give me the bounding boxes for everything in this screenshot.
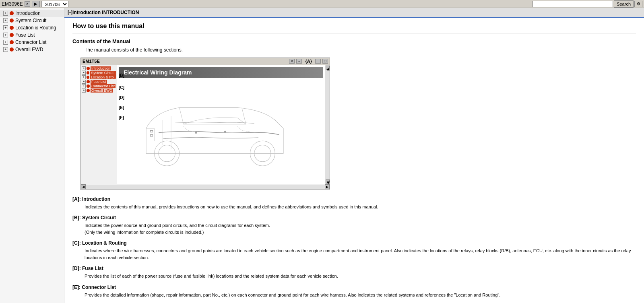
diag-red-dot	[87, 85, 90, 88]
section-b: [B]: System Circuit Indicates the power …	[72, 215, 636, 235]
sidebar-item-location-routing[interactable]: + Location & Routing	[0, 24, 64, 31]
diag-sidebar-system-circuit[interactable]: + System Circui...	[82, 71, 116, 75]
search-bar: Search ⚙	[533, 0, 642, 8]
expand-icon[interactable]: +	[3, 11, 8, 16]
breadcrumb-text: [-]Introduction INTRODUCTION	[68, 10, 139, 15]
sidebar: + Introduction + System Circuit + Locati…	[0, 8, 64, 303]
diag-label: Introduction	[91, 66, 111, 70]
diagram-content: + Introduction + System Circui... +	[81, 65, 330, 184]
scroll-right-button[interactable]: ▶	[325, 184, 330, 189]
content-area: [-]Introduction INTRODUCTION How to use …	[64, 8, 644, 303]
diagram-min-button[interactable]: _	[315, 59, 321, 64]
red-dot-icon	[10, 26, 14, 30]
red-dot-icon	[10, 40, 14, 44]
section-e-heading: [E]: Connector List	[72, 284, 636, 290]
section-d: [D]: Fuse List Provides the list of each…	[72, 266, 636, 280]
diagram-max-button[interactable]: □	[322, 59, 328, 64]
diagram-minus-button[interactable]: −	[296, 59, 302, 64]
diag-sidebar-fuse-list[interactable]: + Fuse List	[82, 80, 116, 84]
section-a-text: Indicates the contents of this manual, p…	[85, 204, 636, 210]
diag-expand-icon[interactable]: +	[82, 84, 86, 88]
diag-expand-icon[interactable]: +	[82, 66, 86, 70]
svg-rect-5	[150, 134, 153, 136]
diag-label: System Circui...	[90, 71, 116, 75]
sidebar-item-system-circuit[interactable]: + System Circuit	[0, 17, 64, 24]
main-layout: + Introduction + System Circuit + Locati…	[0, 8, 644, 303]
breadcrumb: [-]Introduction INTRODUCTION	[64, 8, 644, 18]
section-d-heading: [D]: Fuse List	[72, 266, 636, 271]
red-dot-icon	[10, 33, 14, 37]
diagram-main: [B] [C] [D] [E] [F] Electrical Wiring Di…	[117, 65, 325, 184]
sidebar-item-label: Connector List	[15, 39, 46, 45]
svg-point-7	[224, 131, 226, 132]
search-button[interactable]: Search	[614, 0, 634, 8]
red-dot-icon	[10, 11, 14, 15]
diagram-horizontal-scrollbar[interactable]: ◀ ▶	[81, 184, 330, 190]
diag-red-dot	[87, 67, 90, 70]
svg-rect-4	[150, 130, 153, 132]
svg-point-6	[195, 132, 197, 133]
sidebar-item-label: Overall EWD	[15, 47, 43, 52]
sidebar-item-introduction[interactable]: + Introduction	[0, 10, 64, 17]
section-c: [C]: Location & Routing Indicates where …	[72, 240, 636, 261]
expand-icon[interactable]: +	[3, 33, 8, 37]
diag-sidebar-introduction[interactable]: + Introduction	[82, 66, 116, 70]
scroll-down-button[interactable]: ▼	[326, 179, 330, 183]
sidebar-item-overall-ewd[interactable]: + Overall EWD	[0, 46, 64, 53]
sidebar-item-fuse-list[interactable]: + Fuse List	[0, 31, 64, 39]
diag-sidebar-connector-list[interactable]: + Connector List	[82, 84, 116, 88]
diagram-close-button[interactable]: ×	[289, 59, 295, 64]
section-e: [E]: Connector List Provides the detaile…	[72, 284, 636, 299]
sidebar-item-connector-list[interactable]: + Connector List	[0, 39, 64, 46]
section-b-heading: [B]: System Circuit	[72, 215, 636, 221]
diag-red-dot	[87, 80, 90, 83]
title-bar: EM3096E × ▶ 201706 Search ⚙	[0, 0, 644, 8]
diagram-scrollbar[interactable]: ▲ ▼	[325, 65, 330, 184]
expand-icon[interactable]: +	[3, 18, 8, 23]
expand-icon[interactable]: +	[3, 25, 8, 30]
diagram-sidebar: + Introduction + System Circui... +	[81, 65, 117, 184]
diag-expand-icon[interactable]: +	[82, 71, 86, 75]
section-a: [A]: Introduction Indicates the contents…	[72, 196, 636, 210]
section-d-text: Provides the list of each of the power s…	[85, 273, 636, 280]
label-b: [B]	[119, 73, 124, 78]
diag-red-dot	[87, 76, 90, 79]
diag-expand-icon[interactable]: +	[82, 80, 86, 84]
contents-text: The manual consists of the following sec…	[85, 47, 636, 54]
diagram-title-text: EM1T5E	[83, 59, 287, 64]
scroll-left-button[interactable]: ◀	[81, 184, 86, 189]
section-a-heading: [A]: Introduction	[72, 196, 636, 202]
diag-sidebar-location-routing[interactable]: + Location & Ro...	[82, 75, 116, 79]
diagram-header-banner: Electrical Wiring Diagram	[119, 67, 323, 78]
scroll-up-button[interactable]: ▲	[326, 66, 330, 70]
page-selector[interactable]: 201706	[41, 1, 68, 7]
sidebar-item-label: Location & Routing	[15, 25, 56, 31]
sidebar-item-label: Introduction	[15, 10, 41, 16]
expand-icon[interactable]: +	[3, 47, 8, 52]
red-dot-icon	[10, 19, 14, 23]
section-c-text: Indicates where the wire harnesses, conn…	[85, 247, 636, 261]
diag-expand-icon[interactable]: +	[82, 75, 86, 79]
section-e-text: Provides the detailed information (shape…	[85, 292, 636, 299]
nav-forward-button[interactable]: ▶	[32, 1, 40, 7]
section-c-heading: [C]: Location & Routing	[72, 240, 636, 246]
close-button[interactable]: ×	[25, 1, 30, 7]
diag-red-dot	[87, 89, 90, 92]
diag-sidebar-overall-ewd[interactable]: + Overall EWD	[82, 89, 116, 93]
page-title: How to use this manual	[72, 23, 636, 33]
diag-label: Connector List	[91, 84, 116, 88]
sidebar-item-label: System Circuit	[15, 18, 46, 23]
car-wiring-svg	[121, 85, 321, 180]
diagram-header-text: Electrical Wiring Diagram	[124, 69, 192, 76]
diag-expand-icon[interactable]: +	[82, 89, 86, 93]
search-input[interactable]	[533, 1, 613, 7]
expand-icon[interactable]: +	[3, 40, 8, 45]
diagram-window: EM1T5E × − {A} _ □ + Introduction	[80, 58, 330, 190]
settings-icon[interactable]: ⚙	[634, 1, 642, 7]
diagram-label-a: {A}	[303, 59, 314, 64]
diag-red-dot	[87, 71, 90, 74]
diag-label: Location & Ro...	[90, 75, 116, 79]
car-diagram	[121, 85, 321, 180]
diag-label: Overall EWD	[91, 89, 113, 93]
red-dot-icon	[10, 47, 14, 52]
